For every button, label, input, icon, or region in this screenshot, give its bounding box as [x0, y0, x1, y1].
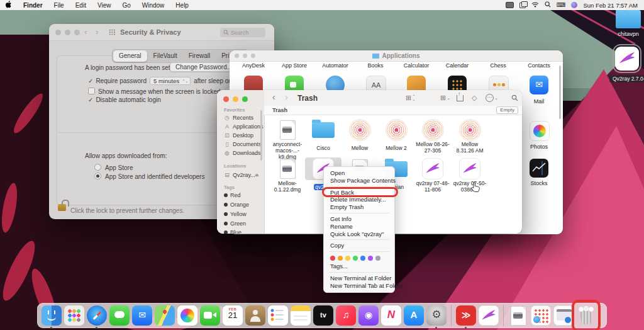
apple-menu[interactable]: [0, 1, 18, 9]
file-anyconnect-dmg[interactable]: anyconnect-macos-...-k9.dmg: [269, 118, 306, 161]
sidebar-tag-blue[interactable]: Blue: [224, 229, 242, 234]
sidebar-item-downloads[interactable]: ◍Downloads: [224, 150, 261, 156]
show-all-icon[interactable]: [109, 29, 116, 35]
menu-edit[interactable]: Edit: [70, 2, 92, 9]
finder-toolbar[interactable]: ‹ › Trash ⊞⌃⌄ ⊞⌄ ◇ ⋯⌄: [264, 90, 522, 106]
tab-firewall[interactable]: Firewall: [183, 50, 216, 62]
tag-green[interactable]: [353, 256, 358, 261]
radio-app-store[interactable]: [94, 164, 101, 171]
radio-app-store-identified[interactable]: [94, 173, 101, 179]
app-label[interactable]: Automator: [315, 62, 355, 69]
dock-system-preferences[interactable]: ⚙: [426, 305, 447, 326]
dock-notes[interactable]: [291, 305, 311, 326]
dock-screenshots-stack[interactable]: [553, 305, 574, 326]
menu-item-copy[interactable]: Copy: [324, 242, 394, 249]
back-button[interactable]: ‹: [272, 93, 275, 101]
tag-yellow[interactable]: [345, 256, 350, 261]
share-icon[interactable]: [457, 95, 464, 101]
search-field[interactable]: Search: [220, 28, 265, 37]
dock-music[interactable]: ♫: [336, 305, 356, 326]
menu-item-open[interactable]: Open: [324, 169, 394, 177]
app-label[interactable]: Calendar: [437, 62, 477, 69]
dock-facetime[interactable]: [200, 305, 220, 326]
menu-item-new-terminal-tab[interactable]: New Terminal Tab at Folder: [324, 282, 394, 290]
tab-general[interactable]: General: [113, 50, 147, 62]
screen-record-icon[interactable]: [506, 2, 514, 8]
dock-maps[interactable]: [155, 305, 175, 326]
forward-button[interactable]: ›: [285, 93, 288, 101]
menu-item-put-back[interactable]: Put Back: [324, 189, 394, 196]
search-icon[interactable]: [511, 94, 518, 101]
app-label[interactable]: Calculator: [396, 62, 436, 69]
dock-news[interactable]: N: [381, 305, 401, 326]
tag-blue[interactable]: [360, 256, 365, 261]
app-label[interactable]: Stocks: [519, 180, 559, 186]
dock-tv[interactable]: tv: [313, 305, 333, 326]
displays-icon[interactable]: [519, 3, 526, 8]
sidebar-item-documents[interactable]: ▯Documents: [224, 141, 262, 147]
icon-view-sort-button[interactable]: ⊞⌃⌄: [406, 94, 415, 102]
forward-button[interactable]: ›: [96, 28, 98, 36]
dock-mail[interactable]: ✉: [132, 305, 152, 326]
sidebar-tag-green[interactable]: Green: [224, 220, 246, 227]
menu-item-empty-trash[interactable]: Empty Trash: [324, 203, 394, 211]
menu-item-delete-immediately[interactable]: Delete Immediately...: [324, 196, 394, 203]
dock-safari[interactable]: [87, 305, 107, 326]
dock-contacts[interactable]: [245, 305, 265, 326]
menu-item-show-package-contents[interactable]: Show Package Contents: [324, 177, 394, 185]
dock-anydesk[interactable]: ≫: [456, 305, 476, 326]
back-button[interactable]: ‹: [84, 28, 87, 36]
sidebar-item-applications[interactable]: AApplications: [224, 123, 264, 130]
scrollbar[interactable]: [559, 65, 561, 119]
tag-red[interactable]: [330, 256, 335, 261]
tag-gray[interactable]: [375, 256, 380, 261]
app-label[interactable]: Chess: [478, 62, 518, 69]
siri-icon[interactable]: [571, 2, 577, 8]
menu-go[interactable]: Go: [116, 2, 136, 9]
menu-item-get-info[interactable]: Get Info: [324, 215, 394, 223]
menu-finder[interactable]: Finder: [18, 2, 48, 9]
more-actions-button[interactable]: ⋯⌄: [486, 94, 498, 102]
empty-trash-button[interactable]: Empty: [496, 106, 518, 114]
dock-launchpad[interactable]: [64, 305, 84, 326]
sidebar-tag-orange[interactable]: Orange: [224, 202, 249, 208]
dock-dmg-file[interactable]: [508, 305, 528, 326]
app-label[interactable]: Mail: [519, 98, 559, 105]
app-label[interactable]: Contacts: [519, 62, 559, 69]
dock-qv2ray[interactable]: [479, 305, 499, 326]
file-mellow[interactable]: Mellow: [341, 118, 378, 152]
dock-calendar[interactable]: FEB21: [223, 305, 243, 326]
file-cisco-folder[interactable]: Cisco: [305, 118, 341, 152]
sidebar-scrollbar[interactable]: [260, 110, 262, 161]
sidebar-item-desktop[interactable]: ⊡Desktop: [224, 132, 253, 139]
dock-photos[interactable]: [177, 305, 197, 326]
app-label[interactable]: App Store: [274, 62, 314, 69]
menu-file[interactable]: File: [48, 2, 70, 9]
window-titlebar[interactable]: ‹ › Security & Privacy Search: [49, 24, 274, 41]
sidebar-item-qv2ray-disk[interactable]: ⊟Qv2ray...: [224, 172, 255, 178]
keyboard-icon[interactable]: ⌨: [557, 2, 565, 8]
sidebar-tag-red[interactable]: Red: [224, 192, 241, 198]
desktop-icon-chitavpn[interactable]: chitavpn: [612, 10, 644, 37]
file-mellow-3[interactable]: Mellow 08-26-27-305: [414, 118, 451, 155]
desktop-icon-qv2ray[interactable]: Qv2ray 2.7.0-pre2: [609, 47, 644, 83]
sidebar-tag-yellow[interactable]: Yellow: [224, 211, 247, 217]
view-options-button[interactable]: ⊞⌄: [440, 94, 450, 102]
dock-finder[interactable]: [42, 305, 62, 326]
app-label[interactable]: Books: [355, 62, 396, 69]
menu-item-tags[interactable]: Tags...: [324, 263, 394, 270]
tag-icon[interactable]: ◇: [472, 94, 477, 102]
wifi-icon[interactable]: [531, 2, 539, 9]
mail-icon[interactable]: ✉: [530, 76, 548, 94]
menu-view[interactable]: View: [92, 2, 117, 9]
eject-icon[interactable]: ⏏: [255, 173, 259, 178]
window-titlebar[interactable]: Applications: [230, 50, 563, 62]
traffic-lights[interactable]: [223, 96, 248, 102]
disable-auto-login-checkbox[interactable]: ✓: [88, 96, 93, 103]
sidebar-item-recents[interactable]: ◷Recents: [224, 115, 253, 121]
file-mellow-4[interactable]: Mellow 8.31.26 AM: [452, 118, 488, 155]
tag-purple[interactable]: [368, 256, 373, 261]
file-qv2ray-3[interactable]: qv2ray 07-50-038692: [452, 157, 488, 194]
stocks-icon[interactable]: [530, 159, 548, 178]
change-password-button[interactable]: Change Password...: [170, 62, 238, 72]
